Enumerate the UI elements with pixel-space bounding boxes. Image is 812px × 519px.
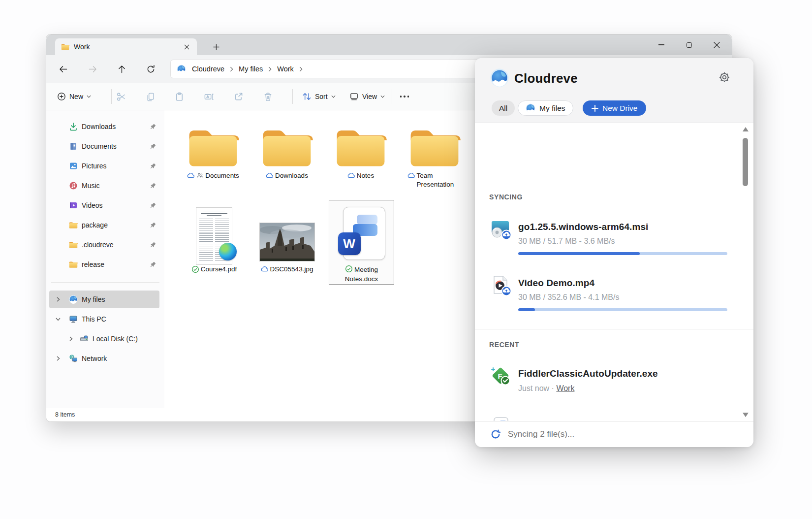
gear-icon[interactable] [718, 71, 731, 84]
breadcrumb-my-files[interactable]: My files [235, 63, 267, 75]
share-icon[interactable] [232, 91, 244, 102]
videos-icon [69, 201, 78, 210]
chevron-right-icon[interactable] [68, 336, 74, 342]
forward-button[interactable] [87, 63, 98, 75]
refresh-button[interactable] [145, 63, 156, 75]
pin-icon[interactable] [149, 182, 156, 190]
pin-icon[interactable] [149, 222, 156, 229]
delete-icon[interactable] [262, 91, 274, 102]
more-options-button[interactable] [399, 91, 410, 102]
installer-file-icon [490, 219, 512, 240]
video-file-icon [490, 275, 512, 296]
plus-icon [592, 105, 598, 112]
sidebar-item-cloudreve-folder[interactable]: .cloudreve [46, 235, 164, 255]
pin-icon[interactable] [149, 241, 156, 249]
pin-icon[interactable] [149, 143, 156, 150]
chevron-right-icon[interactable] [55, 356, 61, 361]
panel-footer: Syncing 2 file(s)... [475, 421, 753, 447]
folder-name: Documents [205, 171, 239, 180]
recent-file-name: FiddlerClassicAutoUpdater.exe [518, 368, 658, 379]
folder-tile-documents[interactable]: Documents [178, 125, 248, 182]
chevron-down-icon[interactable] [55, 316, 61, 322]
file-name: DSC05543.jpg [270, 265, 313, 274]
file-name: Course4.pdf [201, 265, 237, 274]
new-drive-button[interactable]: New Drive [583, 100, 646, 116]
tab-close-icon[interactable] [181, 41, 192, 52]
folder-tile-team-presentation[interactable]: Team Presentation [400, 125, 469, 189]
up-button[interactable] [116, 63, 127, 75]
exe-file-icon: F [490, 365, 512, 387]
folder-icon [61, 43, 69, 50]
sidebar-item-pictures[interactable]: Pictures [46, 156, 164, 176]
filter-all-pill[interactable]: All [492, 100, 515, 116]
sidebar-item-label: Music [82, 182, 100, 190]
sidebar-item-this-pc[interactable]: This PC [46, 309, 164, 329]
sidebar-item-label: Videos [82, 201, 103, 209]
sidebar-item-network[interactable]: Network [46, 349, 164, 368]
rename-icon[interactable] [203, 91, 215, 102]
sidebar-item-local-disk[interactable]: Local Disk (C:) [46, 329, 164, 349]
pin-icon[interactable] [149, 202, 156, 209]
recent-section-label: RECENT [489, 341, 519, 349]
sidebar-item-downloads[interactable]: Downloads [46, 117, 164, 136]
recent-location-link[interactable]: Work [556, 384, 574, 392]
sidebar-item-package[interactable]: package [46, 215, 164, 235]
back-button[interactable] [57, 63, 69, 75]
panel-scroll-area: SYNCING go1.25.5.windows-arm64.msi 30 MB… [475, 123, 753, 421]
copy-icon[interactable] [144, 91, 156, 102]
scroll-down-icon[interactable] [743, 413, 749, 417]
sidebar-item-music[interactable]: Music [46, 176, 164, 195]
cloud-status-icon [266, 172, 274, 180]
recent-file-meta: Just now · Work [518, 384, 574, 393]
sidebar-item-label: Local Disk (C:) [93, 335, 138, 343]
close-button[interactable] [705, 34, 728, 55]
sync-file-detail: 30 MB / 352.6 MB - 4.1 MB/s [518, 293, 619, 302]
sidebar-item-my-files[interactable]: My files [46, 290, 164, 309]
view-button[interactable]: View [345, 89, 389, 104]
cloud-status-icon [261, 265, 269, 273]
sync-file-name: Video Demo.mp4 [518, 278, 594, 289]
chevron-down-icon [87, 95, 91, 98]
scroll-up-icon[interactable] [743, 127, 749, 131]
chevron-right-icon[interactable] [55, 296, 61, 302]
filter-my-files-pill[interactable]: My files [518, 100, 573, 116]
sidebar-divider [51, 282, 159, 283]
tab-work[interactable]: Work [55, 38, 197, 55]
word-document-icon: W [338, 207, 385, 263]
sidebar-item-release[interactable]: release [46, 255, 164, 274]
sidebar-item-videos[interactable]: Videos [46, 195, 164, 215]
folder-name: Notes [357, 171, 374, 180]
folder-tile-downloads[interactable]: Downloads [252, 125, 322, 182]
folder-icon [261, 125, 313, 168]
tab-title: Work [74, 43, 181, 51]
sort-button[interactable]: Sort [298, 89, 340, 104]
folder-tile-notes[interactable]: Notes [326, 125, 396, 182]
photo-thumbnail [260, 223, 314, 261]
pin-icon[interactable] [149, 123, 156, 130]
new-tab-button[interactable] [209, 39, 223, 54]
panel-scrollbar[interactable] [742, 125, 749, 419]
sync-progress-bar [518, 252, 727, 255]
network-icon [69, 354, 78, 363]
minimize-button[interactable] [650, 34, 673, 55]
scrollbar-thumb[interactable] [743, 138, 748, 186]
item-count: 8 items [55, 411, 75, 418]
paste-icon[interactable] [173, 91, 185, 102]
sidebar-item-label: Documents [82, 142, 117, 150]
breadcrumb-root[interactable]: Cloudreve [188, 63, 228, 75]
cloud-status-icon [407, 172, 415, 180]
file-tile-meeting-notes-docx-selected[interactable]: W Meeting Notes.docx [329, 200, 394, 285]
pin-icon[interactable] [149, 162, 156, 170]
sync-status-text: Syncing 2 file(s)... [508, 429, 574, 439]
sync-file-name: go1.25.5.windows-arm64.msi [518, 222, 648, 232]
sidebar-item-documents[interactable]: Documents [46, 136, 164, 156]
pin-icon[interactable] [149, 261, 156, 268]
panel-header: Cloudreve All My files [475, 58, 753, 123]
downloads-icon [69, 122, 78, 131]
chevron-down-icon [380, 95, 385, 98]
new-button[interactable]: New [53, 89, 95, 104]
cut-icon[interactable] [115, 91, 127, 102]
this-pc-icon [69, 315, 78, 324]
maximize-button[interactable] [678, 34, 700, 55]
breadcrumb-work[interactable]: Work [273, 63, 298, 75]
